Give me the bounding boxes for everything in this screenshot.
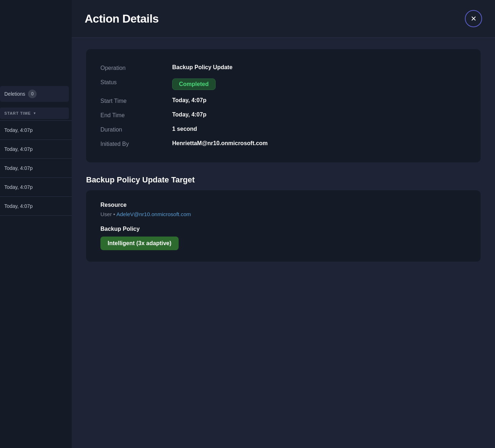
page-title: Action Details	[85, 12, 159, 25]
operation-label: Operation	[100, 64, 172, 71]
initiated-by-label: Initiated By	[100, 140, 172, 147]
initiated-by-row: Initiated By HenriettaM@nr10.onmicrosoft…	[100, 137, 466, 151]
end-time-value: Today, 4:07p	[172, 111, 206, 118]
policy-badge: Intelligent (3x adaptive)	[100, 237, 179, 250]
start-time-label: Start Time	[100, 97, 172, 104]
status-badge: Completed	[172, 78, 216, 90]
start-time-row: Start Time Today, 4:07p	[100, 94, 466, 108]
operation-value: Backup Policy Update	[172, 64, 232, 71]
resource-line: User • AdeleV@nr10.onmicrosoft.com	[100, 211, 466, 217]
content-area: Operation Backup Policy Update Status Co…	[72, 38, 495, 448]
resource-type: User	[100, 211, 112, 217]
sidebar: Deletions 0 START TIME ▼ Today, 4:07p To…	[0, 0, 72, 448]
sort-header[interactable]: START TIME ▼	[0, 108, 69, 119]
policy-section-label: Backup Policy	[100, 226, 466, 232]
deletions-count-badge: 0	[28, 90, 37, 98]
operation-row: Operation Backup Policy Update	[100, 61, 466, 75]
list-item[interactable]: Today, 4:07p	[0, 121, 72, 140]
target-section-heading: Backup Policy Update Target	[86, 175, 481, 185]
initiated-by-value: HenriettaM@nr10.onmicrosoft.com	[172, 140, 268, 147]
list-item[interactable]: Today, 4:07p	[0, 178, 72, 197]
resource-section-label: Resource	[100, 202, 466, 208]
sort-label: START TIME	[4, 111, 31, 115]
list-item[interactable]: Today, 4:07p	[0, 197, 72, 216]
status-row: Status Completed	[100, 75, 466, 94]
details-card: Operation Backup Policy Update Status Co…	[86, 49, 481, 162]
duration-row: Duration 1 second	[100, 122, 466, 137]
deletions-label: Deletions	[4, 91, 25, 97]
status-label: Status	[100, 78, 172, 86]
duration-value: 1 second	[172, 126, 197, 132]
header: Action Details ✕	[72, 0, 495, 38]
resource-link[interactable]: AdeleV@nr10.onmicrosoft.com	[116, 211, 191, 217]
end-time-row: End Time Today, 4:07p	[100, 108, 466, 122]
duration-label: Duration	[100, 126, 172, 133]
list-item[interactable]: Today, 4:07p	[0, 140, 72, 159]
target-card: Resource User • AdeleV@nr10.onmicrosoft.…	[86, 190, 481, 262]
list-item[interactable]: Today, 4:07p	[0, 159, 72, 178]
start-time-value: Today, 4:07p	[172, 97, 206, 104]
sidebar-deletions-item[interactable]: Deletions 0	[0, 86, 69, 102]
sort-arrow-icon: ▼	[33, 111, 37, 115]
close-button[interactable]: ✕	[465, 10, 482, 27]
main-panel: Action Details ✕ Operation Backup Policy…	[72, 0, 495, 448]
end-time-label: End Time	[100, 111, 172, 119]
